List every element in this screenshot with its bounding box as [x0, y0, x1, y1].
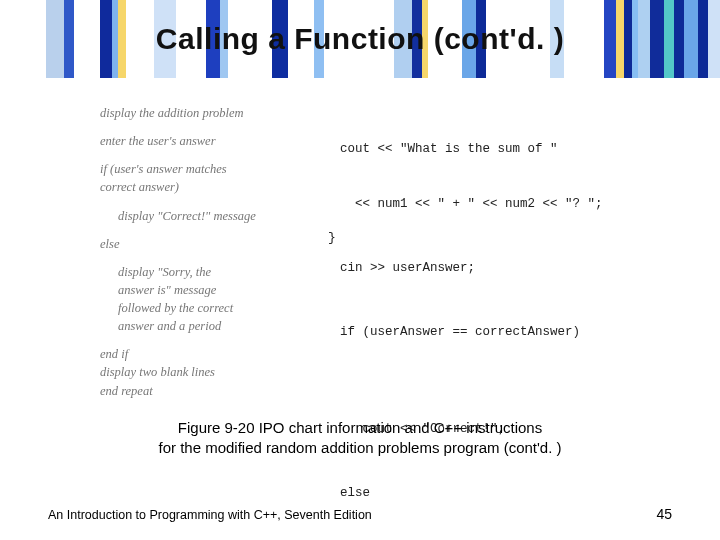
pseudo-line: end if — [100, 345, 310, 363]
code-line: else — [340, 484, 640, 502]
footer-book-title: An Introduction to Programming with C++,… — [48, 508, 372, 522]
pseudo-line: enter the user's answer — [100, 132, 310, 150]
pseudo-line: display the addition problem — [100, 104, 310, 122]
spacer — [340, 378, 640, 384]
pseudo-line: display two blank lines — [100, 363, 310, 381]
closing-brace: } — [328, 230, 336, 245]
code-line: if (userAnswer == correctAnswer) — [340, 323, 640, 341]
pseudo-line: answer and a period — [100, 317, 310, 335]
pseudo-line: if (user's answer matches — [100, 160, 310, 178]
pseudo-line: else — [100, 235, 310, 253]
code-line: cin >> userAnswer; — [340, 259, 640, 277]
code-line: << num1 << " + " << num2 << "? "; — [340, 195, 640, 213]
figure-caption: Figure 9-20 IPO chart information and C+… — [0, 418, 720, 459]
pseudocode-column: display the addition problem enter the u… — [100, 104, 310, 540]
pseudo-line: answer is" message — [100, 281, 310, 299]
pseudo-line: display "Sorry, the — [100, 263, 310, 281]
code-line: cout << "What is the sum of " — [340, 140, 640, 158]
slide-title: Calling a Function (cont'd. ) — [0, 22, 720, 56]
caption-line-2: for the modified random addition problem… — [0, 438, 720, 458]
pseudo-line: end repeat — [100, 382, 310, 400]
page-number: 45 — [656, 506, 672, 522]
pseudo-line: followed by the correct — [100, 299, 310, 317]
pseudo-line: display "Correct!" message — [100, 207, 310, 225]
slide: Calling a Function (cont'd. ) display th… — [0, 0, 720, 540]
content-area: display the addition problem enter the u… — [100, 104, 640, 540]
code-column: cout << "What is the sum of " << num1 <<… — [340, 104, 640, 540]
caption-line-1: Figure 9-20 IPO chart information and C+… — [0, 418, 720, 438]
pseudo-line: correct answer) — [100, 178, 310, 196]
